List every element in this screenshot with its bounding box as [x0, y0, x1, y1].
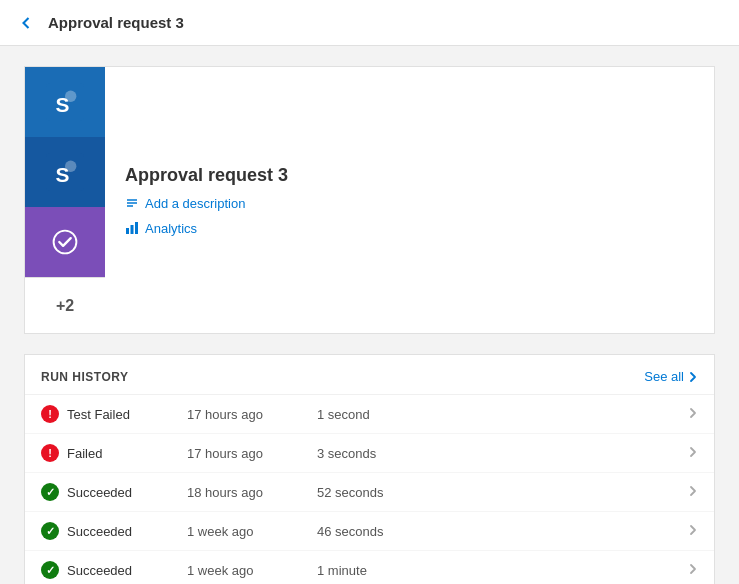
add-description-label: Add a description — [145, 196, 245, 211]
description-icon — [125, 196, 139, 210]
row-chevron-icon — [688, 562, 698, 579]
add-description-button[interactable]: Add a description — [125, 196, 288, 211]
status-icon: ✓ — [41, 561, 59, 579]
run-status-label: Succeeded — [67, 485, 187, 500]
run-row[interactable]: ! Failed 17 hours ago 3 seconds — [25, 434, 714, 473]
run-status-label: Succeeded — [67, 524, 187, 539]
row-chevron-icon — [688, 406, 698, 423]
run-status-label: Succeeded — [67, 563, 187, 578]
run-duration: 46 seconds — [317, 524, 688, 539]
analytics-label: Analytics — [145, 221, 197, 236]
row-chevron-icon — [688, 445, 698, 462]
svg-rect-13 — [135, 222, 138, 234]
main-content: S S +2 — [0, 46, 739, 584]
run-row[interactable]: ✓ Succeeded 18 hours ago 52 seconds — [25, 473, 714, 512]
svg-point-2 — [65, 91, 76, 102]
run-status-label: Failed — [67, 446, 187, 461]
run-time: 18 hours ago — [187, 485, 317, 500]
run-duration: 1 minute — [317, 563, 688, 578]
back-button[interactable] — [16, 13, 36, 33]
run-duration: 52 seconds — [317, 485, 688, 500]
run-duration: 1 second — [317, 407, 688, 422]
run-status-label: Test Failed — [67, 407, 187, 422]
run-time: 17 hours ago — [187, 407, 317, 422]
more-count: +2 — [56, 297, 74, 315]
run-row[interactable]: ✓ Succeeded 1 week ago 46 seconds — [25, 512, 714, 551]
analytics-icon — [125, 221, 139, 235]
app-header: Approval request 3 — [0, 0, 739, 46]
run-time: 1 week ago — [187, 524, 317, 539]
run-rows-container: ! Test Failed 17 hours ago 1 second ! Fa… — [25, 395, 714, 584]
run-time: 1 week ago — [187, 563, 317, 578]
icon-sharepoint-2: S — [25, 137, 105, 207]
status-icon: ✓ — [41, 522, 59, 540]
svg-rect-6 — [46, 223, 84, 261]
run-row[interactable]: ✓ Succeeded 1 week ago 1 minute — [25, 551, 714, 584]
svg-rect-11 — [126, 228, 129, 234]
see-all-button[interactable]: See all — [644, 369, 698, 384]
card-info: Approval request 3 Add a description Ana… — [105, 67, 308, 333]
row-chevron-icon — [688, 484, 698, 501]
status-icon: ✓ — [41, 483, 59, 501]
run-duration: 3 seconds — [317, 446, 688, 461]
analytics-link[interactable]: Analytics — [125, 221, 288, 236]
icon-sharepoint-1: S — [25, 67, 105, 137]
status-icon: ! — [41, 444, 59, 462]
icons-column: S S +2 — [25, 67, 105, 333]
svg-rect-12 — [131, 225, 134, 234]
icon-approval — [25, 207, 105, 277]
page-title: Approval request 3 — [48, 14, 184, 31]
run-time: 17 hours ago — [187, 446, 317, 461]
card-title: Approval request 3 — [125, 165, 288, 186]
more-icons-button[interactable]: +2 — [25, 277, 105, 333]
flow-card: S S +2 — [24, 66, 715, 334]
see-all-chevron-icon — [688, 370, 698, 384]
run-history-header: RUN HISTORY See all — [25, 355, 714, 395]
run-row[interactable]: ! Test Failed 17 hours ago 1 second — [25, 395, 714, 434]
status-icon: ! — [41, 405, 59, 423]
run-history-section: RUN HISTORY See all ! Test Failed 17 hou… — [24, 354, 715, 584]
see-all-label: See all — [644, 369, 684, 384]
svg-point-5 — [65, 161, 76, 172]
row-chevron-icon — [688, 523, 698, 540]
run-history-title: RUN HISTORY — [41, 370, 129, 384]
